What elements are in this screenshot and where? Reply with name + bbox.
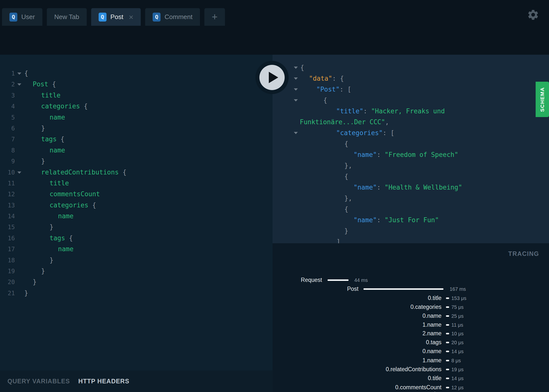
query-code: }	[24, 278, 37, 286]
tracing-title: TRACING	[508, 250, 539, 257]
query-code: Post {	[24, 80, 56, 88]
collapse-arrow-icon[interactable]	[294, 77, 298, 80]
query-line-9[interactable]: 9}	[0, 156, 273, 167]
close-tab-icon[interactable]: ×	[129, 13, 134, 21]
query-line-11[interactable]: 11title	[0, 178, 273, 189]
tracing-duration-bar	[363, 288, 443, 290]
line-number: 4	[0, 101, 15, 112]
response-line-13: },	[273, 193, 549, 204]
line-number: 14	[0, 211, 15, 222]
settings-gear-icon[interactable]	[527, 9, 539, 21]
query-code: name	[24, 212, 74, 220]
query-line-8[interactable]: 8name	[0, 145, 273, 156]
collapse-arrow-icon[interactable]	[294, 99, 298, 101]
line-number: 18	[0, 255, 15, 266]
line-number: 1	[0, 68, 15, 79]
tab-user[interactable]: QUser	[2, 8, 42, 26]
query-code: }	[24, 267, 45, 275]
response-line-11: {	[273, 171, 549, 182]
tracing-duration-value: 153 μs	[451, 295, 466, 301]
query-line-4[interactable]: 4categories {	[0, 101, 273, 112]
query-code: commentsCount	[24, 190, 100, 198]
query-variables-tab[interactable]: QUERY VARIABLES	[7, 378, 70, 385]
http-headers-tab[interactable]: HTTP HEADERS	[78, 378, 129, 385]
query-line-7[interactable]: 7tags {	[0, 134, 273, 145]
response-line-9: "name": "Freedom of Speech"	[273, 149, 549, 160]
query-line-18[interactable]: 18}	[0, 255, 273, 266]
query-line-14[interactable]: 14name	[0, 211, 273, 221]
query-line-10[interactable]: 10relatedContributions {	[0, 167, 273, 178]
collapse-arrow-icon[interactable]	[294, 132, 298, 134]
collapse-arrow-icon[interactable]	[294, 88, 298, 91]
response-code: }	[273, 227, 348, 235]
response-code: Funktionäre...Der CCC",	[273, 118, 389, 126]
tracing-row-Post: Post167 ms	[273, 286, 549, 293]
response-line-10: },	[273, 160, 549, 171]
tab-new-tab[interactable]: New Tab	[47, 8, 87, 26]
execute-query-button[interactable]	[255, 61, 289, 94]
tracing-duration-value: 75 μs	[451, 304, 464, 310]
query-line-19[interactable]: 19}	[0, 266, 273, 276]
query-code: {	[24, 70, 28, 77]
line-number: 20	[0, 277, 15, 288]
tracing-label: 0.title	[428, 295, 441, 301]
schema-tab[interactable]: SCHEMA	[536, 82, 549, 117]
tracing-duration-bar	[446, 333, 449, 334]
collapse-arrow-icon[interactable]	[294, 67, 298, 69]
line-number: 9	[0, 156, 15, 167]
tracing-row-0-categories: 0.categories13 μs	[273, 391, 549, 392]
tab-post[interactable]: QPost×	[91, 8, 141, 26]
tab-label: New Tab	[54, 13, 79, 21]
tracing-row-0-title: 0.title153 μs	[273, 295, 549, 302]
tracing-duration-value: 19 μs	[451, 367, 464, 372]
query-code: name	[24, 114, 65, 121]
tracing-label: 0.title	[428, 375, 441, 382]
tracing-duration-bar	[446, 387, 449, 388]
query-line-16[interactable]: 16tags {	[0, 233, 273, 244]
query-line-15[interactable]: 15}	[0, 221, 273, 232]
query-editor[interactable]: 1{2Post {3title4categories {5name6}7tags…	[0, 55, 273, 392]
query-line-20[interactable]: 20}	[0, 276, 273, 287]
tracing-label: 0.relatedContributions	[386, 366, 441, 373]
query-line-2[interactable]: 2Post {	[0, 79, 273, 90]
graphql-playground-window: QUserNew TabQPost×QComment+ PRETTIFY HIS…	[0, 0, 549, 392]
line-number: 13	[0, 200, 15, 211]
response-code: },	[273, 162, 352, 169]
tab-label: Comment	[165, 13, 192, 21]
fold-arrow-icon[interactable]	[17, 83, 21, 86]
tracing-duration-value: 8 μs	[451, 358, 461, 364]
tracing-row-0-title: 0.title14 μs	[273, 375, 549, 382]
query-line-13[interactable]: 13categories {	[0, 200, 273, 211]
tracing-duration-bar	[446, 297, 449, 299]
fold-arrow-icon[interactable]	[17, 172, 21, 174]
tracing-duration-bar	[446, 324, 449, 326]
tracing-duration-bar	[446, 351, 449, 352]
query-line-1[interactable]: 1{	[0, 68, 273, 79]
query-code: title	[24, 179, 69, 187]
response-code: {	[273, 205, 348, 213]
response-line-1: {	[273, 62, 549, 73]
response-code: },	[273, 195, 352, 202]
query-code: tags {	[24, 135, 64, 143]
query-line-6[interactable]: 6}	[0, 123, 273, 134]
response-line-5: "title": "Hacker, Freaks und	[273, 106, 549, 117]
query-line-17[interactable]: 17name	[0, 244, 273, 254]
tab-comment[interactable]: QComment	[145, 8, 200, 26]
tracing-duration-value: 12 μs	[451, 385, 464, 391]
response-line-12: "name": "Health & Wellbeing"	[273, 182, 549, 193]
line-number: 11	[0, 178, 15, 189]
query-line-12[interactable]: 12commentsCount	[0, 189, 273, 199]
tracing-label: 1.name	[422, 321, 441, 328]
tracing-duration-bar	[446, 369, 449, 370]
query-line-21[interactable]: 21}	[0, 288, 273, 298]
fold-arrow-icon[interactable]	[17, 73, 21, 75]
query-line-3[interactable]: 3title	[0, 90, 273, 101]
add-tab-button[interactable]: +	[204, 8, 225, 26]
query-code: name	[24, 245, 74, 253]
query-line-5[interactable]: 5name	[0, 112, 273, 123]
tracing-label: 0.name	[422, 348, 441, 355]
query-code: relatedContributions {	[24, 169, 126, 176]
response-line-16: }	[273, 225, 549, 236]
query-code: categories {	[24, 102, 88, 110]
tracing-label: 1.name	[422, 357, 441, 364]
